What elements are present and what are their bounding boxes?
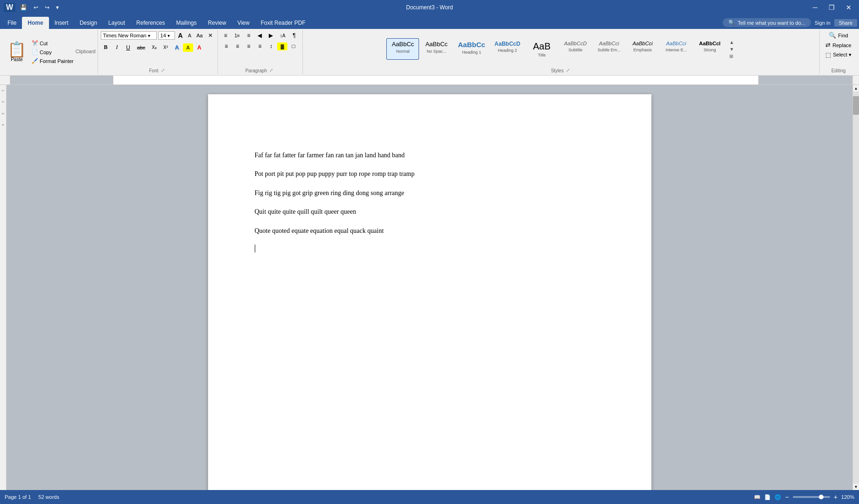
underline-btn[interactable]: U — [123, 43, 133, 52]
scrollbar-up-btn[interactable]: ▲ — [853, 85, 859, 91]
clipboard-label: Clipboard — [76, 49, 96, 55]
tab-layout[interactable]: Layout — [103, 17, 131, 29]
font-name-input[interactable]: Times New Roman ▾ — [101, 31, 157, 40]
tab-mailings[interactable]: Mailings — [170, 17, 202, 29]
show-marks-btn[interactable]: ¶ — [289, 31, 300, 40]
increase-indent-btn[interactable]: ▶ — [266, 31, 276, 40]
style-item-intense-e...[interactable]: AaBbCci Intense E... — [660, 38, 692, 60]
font-group-expander[interactable]: ⤢ — [160, 67, 166, 73]
align-right-btn[interactable]: ≡ — [244, 42, 254, 51]
sort-btn[interactable]: ↕A — [277, 32, 288, 40]
shrink-font-btn[interactable]: A — [186, 32, 193, 39]
change-case-btn[interactable]: Aa — [195, 32, 204, 39]
paragraph-group-expander[interactable]: ⤢ — [268, 67, 274, 73]
sign-in-btn[interactable]: Sign in — [815, 20, 831, 26]
find-btn[interactable]: 🔍 Find — [826, 31, 851, 40]
style-item-subtitle[interactable]: AaBbCcD Subtitle — [559, 38, 592, 60]
title-bar: W 💾 ↩ ↪ ▾ Document3 - Word ─ ❐ ✕ — [0, 0, 859, 15]
tab-file[interactable]: File — [2, 17, 22, 29]
minimize-btn[interactable]: ─ — [809, 3, 821, 12]
tab-design[interactable]: Design — [74, 17, 103, 29]
replace-btn[interactable]: ⇄ Replace — [823, 41, 854, 49]
bold-btn[interactable]: B — [101, 42, 111, 52]
style-item-title[interactable]: AaB Title — [525, 38, 558, 60]
text-effects-btn[interactable]: A — [172, 43, 182, 52]
search-bar[interactable]: 🔍 Tell me what you want to do... — [723, 18, 811, 27]
italic-btn[interactable]: I — [112, 42, 122, 52]
style-item-heading-1[interactable]: AaBbCc Heading 1 — [454, 38, 489, 60]
style-item-heading-2[interactable]: AaBbCcD Heading 2 — [490, 38, 524, 60]
tab-view[interactable]: View — [232, 17, 255, 29]
document-content[interactable]: Faf far fat fatter far farmer fan ran ta… — [255, 150, 605, 252]
copy-btn[interactable]: 📄 Copy — [30, 48, 76, 56]
scrollbar-track[interactable] — [853, 91, 859, 483]
qat-customize[interactable]: ▾ — [54, 3, 61, 12]
format-painter-btn[interactable]: 🖌️ Format Painter — [30, 57, 76, 65]
scroll-area[interactable]: Faf far fat fatter far farmer fan ran ta… — [7, 85, 852, 490]
style-item-normal[interactable]: AaBbCc Normal — [386, 38, 419, 60]
right-scrollbar: ▲ ▼ — [852, 85, 859, 490]
page-info: Page 1 of 1 — [5, 494, 31, 500]
style-item-strong[interactable]: AaBbCcI Strong — [693, 38, 726, 60]
zoom-in-btn[interactable]: + — [834, 493, 838, 501]
superscript-btn[interactable]: X² — [161, 43, 171, 51]
scrollbar-down-btn[interactable]: ▼ — [853, 483, 859, 490]
zoom-slider[interactable] — [793, 496, 830, 498]
doc-cursor-line[interactable] — [255, 245, 605, 252]
select-btn[interactable]: ⬚ Select ▾ — [823, 50, 854, 59]
multilevel-btn[interactable]: ≡ — [244, 31, 254, 40]
clear-formatting-btn[interactable]: ✕ — [206, 31, 215, 40]
tab-home[interactable]: Home — [22, 17, 49, 29]
align-left-btn[interactable]: ≡ — [221, 42, 231, 51]
styles-scroll-up[interactable]: ▲ — [728, 39, 735, 45]
qat-redo[interactable]: ↪ — [43, 3, 51, 12]
strikethrough-btn[interactable]: abc — [134, 43, 148, 52]
editing-group: 🔍 Find ⇄ Replace ⬚ Select ▾ Editing — [820, 30, 857, 74]
doc-paragraph-2: Pot port pit put pop pup puppy purr top … — [255, 169, 605, 179]
tab-insert[interactable]: Insert — [49, 17, 74, 29]
shading-btn[interactable]: ▓ — [277, 42, 287, 50]
status-bar: Page 1 of 1 52 words 📖 📄 🌐 − + 120% — [0, 490, 859, 504]
zoom-out-btn[interactable]: − — [785, 493, 789, 501]
tab-foxit[interactable]: Foxit Reader PDF — [255, 17, 311, 29]
share-btn[interactable]: Share — [834, 19, 857, 27]
grow-font-btn[interactable]: A — [176, 31, 185, 40]
app-title: Document3 - Word — [406, 4, 453, 11]
text-cursor — [255, 245, 255, 252]
tab-review[interactable]: Review — [202, 17, 231, 29]
bullets-btn[interactable]: ≡ — [221, 31, 231, 40]
close-btn[interactable]: ✕ — [842, 3, 855, 12]
font-size-input[interactable]: 14 ▾ — [158, 31, 175, 40]
styles-more[interactable]: ⊞ — [728, 53, 735, 59]
print-layout-icon[interactable]: 📄 — [764, 494, 771, 500]
qat-undo[interactable]: ↩ — [32, 3, 40, 12]
subscript-btn[interactable]: X₂ — [149, 43, 160, 51]
borders-btn[interactable]: □ — [288, 42, 299, 51]
decrease-indent-btn[interactable]: ◀ — [255, 31, 265, 40]
center-btn[interactable]: ≡ — [232, 42, 243, 51]
web-layout-icon[interactable]: 🌐 — [775, 494, 781, 500]
line-spacing-btn[interactable]: ↕ — [266, 42, 276, 51]
replace-icon: ⇄ — [825, 42, 831, 49]
style-item-no-spac...[interactable]: AaBbCc No Spac... — [420, 38, 453, 60]
font-color-btn[interactable]: A — [194, 43, 204, 52]
restore-btn[interactable]: ❐ — [825, 3, 838, 12]
paste-btn[interactable]: 📋 Paste — [4, 41, 30, 63]
numbering-btn[interactable]: 1≡ — [232, 32, 243, 40]
text-highlight-btn[interactable]: A — [183, 43, 193, 52]
status-left: Page 1 of 1 52 words — [5, 494, 59, 500]
paste-icon: 📋 — [7, 42, 26, 57]
cut-btn[interactable]: ✂️ Cut — [30, 39, 76, 47]
styles-group-expander[interactable]: ⤢ — [565, 67, 571, 73]
styles-scroll-down[interactable]: ▼ — [728, 46, 735, 52]
read-mode-icon[interactable]: 📖 — [754, 494, 761, 500]
scrollbar-thumb[interactable] — [853, 96, 859, 115]
zoom-control[interactable] — [793, 496, 830, 498]
tab-references[interactable]: References — [131, 17, 170, 29]
qat-save[interactable]: 💾 — [18, 3, 29, 12]
style-item-emphasis[interactable]: AaBbCci Emphasis — [626, 38, 659, 60]
title-bar-right: ─ ❐ ✕ — [809, 3, 855, 12]
justify-btn[interactable]: ≡ — [255, 42, 265, 51]
style-item-subtle-em...[interactable]: AaBbCci Subtle Em... — [593, 38, 625, 60]
zoom-thumb[interactable] — [819, 495, 824, 499]
